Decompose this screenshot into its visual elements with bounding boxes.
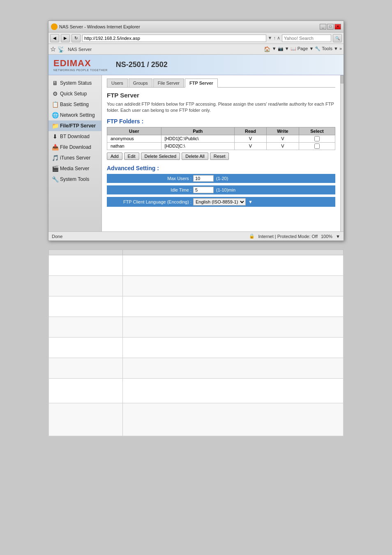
table-row bbox=[49, 276, 344, 296]
titlebar-left: NAS Server - Windows Internet Explorer bbox=[51, 23, 140, 30]
address-bar: ◀ ▶ ↻ ▼ ↑ ∧ 🔍 bbox=[48, 32, 344, 44]
favorites-icon: ☆ bbox=[50, 45, 56, 53]
idle-time-label: Idle Time : bbox=[109, 187, 191, 192]
col-header-select: Select bbox=[299, 127, 335, 135]
delete-selected-button[interactable]: Delete Selected bbox=[141, 153, 180, 160]
advanced-title: Advanced Setting : bbox=[107, 165, 335, 171]
dt-r7c1 bbox=[49, 379, 123, 403]
content-wrapper: Users Groups File Server FTP Server FTP … bbox=[102, 75, 344, 231]
add-button[interactable]: Add bbox=[107, 153, 122, 160]
sidebar: 🖥 System Status ⚙ Quick Setup 📋 Basic Se… bbox=[48, 75, 102, 231]
forward-button[interactable]: ▶ bbox=[61, 34, 70, 42]
dt-r3c1 bbox=[49, 296, 123, 317]
media-server-icon: 🎬 bbox=[52, 165, 58, 172]
scroll-thumb[interactable] bbox=[341, 75, 344, 83]
status-right-text: Internet | Protected Mode: Off bbox=[258, 234, 318, 239]
tab-users[interactable]: Users bbox=[107, 79, 128, 87]
idle-time-hint: (1-10)min bbox=[216, 187, 235, 192]
sidebar-label-itunes: iTunes Server bbox=[60, 155, 90, 161]
browser-title: NAS Server - Windows Internet Explorer bbox=[59, 24, 140, 29]
table-row bbox=[49, 317, 344, 338]
maximize-button[interactable]: □ bbox=[327, 24, 334, 30]
sidebar-label-system-status: System Status bbox=[60, 80, 92, 86]
tab-bar: Users Groups File Server FTP Server bbox=[107, 79, 335, 88]
basic-setting-icon: 📋 bbox=[52, 101, 58, 108]
sidebar-item-file-ftp-server[interactable]: 📁 File/FTP Server bbox=[48, 120, 101, 131]
edimax-logo: EDIMAX NETWORKING PEOPLE TOGETHER bbox=[53, 58, 108, 72]
refresh-button[interactable]: ↻ bbox=[71, 34, 81, 42]
nas-header: EDIMAX NETWORKING PEOPLE TOGETHER NS-250… bbox=[48, 55, 344, 75]
max-users-input[interactable] bbox=[193, 175, 214, 182]
network-setting-icon: 🌐 bbox=[52, 112, 58, 118]
dt-r4c2 bbox=[123, 317, 344, 338]
status-right: 🔒 Internet | Protected Mode: Off 100% ▼ bbox=[249, 234, 340, 239]
minimize-button[interactable]: _ bbox=[320, 24, 326, 30]
sidebar-item-basic-setting[interactable]: 📋 Basic Setting bbox=[48, 99, 101, 110]
browser-statusbar: Done 🔒 Internet | Protected Mode: Off 10… bbox=[48, 231, 344, 240]
ftp-folders-title: FTP Folders : bbox=[107, 118, 335, 125]
toolbar-right: 🏠 ▼ 📷 ▼ 📖 Page ▼ 🔧 Tools ▼ » bbox=[264, 46, 342, 52]
sidebar-item-file-download[interactable]: 📥 File Download bbox=[48, 142, 101, 153]
sidebar-label-network-setting: Network Setting bbox=[60, 112, 95, 118]
tab-groups[interactable]: Groups bbox=[129, 79, 152, 87]
dt-r5c1 bbox=[49, 338, 123, 358]
sidebar-label-media-server: Media Server bbox=[60, 166, 89, 171]
row1-path: [HDD1]C:\Public\ bbox=[161, 135, 234, 142]
edit-button[interactable]: Edit bbox=[124, 153, 139, 160]
dt-col1-header bbox=[49, 250, 123, 255]
dt-r4c1 bbox=[49, 317, 123, 338]
home-icon[interactable]: 🏠 bbox=[264, 46, 270, 52]
sidebar-label-file-ftp: File/FTP Server bbox=[60, 123, 96, 129]
close-button[interactable]: ✕ bbox=[334, 24, 341, 30]
content-area: Users Groups File Server FTP Server FTP … bbox=[102, 75, 340, 231]
sidebar-label-quick-setup: Quick Setup bbox=[60, 91, 87, 97]
max-users-hint: (1-20) bbox=[216, 176, 228, 181]
sidebar-item-quick-setup[interactable]: ⚙ Quick Setup bbox=[48, 88, 101, 99]
sidebar-label-system-tools: System Tools bbox=[60, 176, 89, 182]
col-header-write: Write bbox=[267, 127, 299, 135]
search-input[interactable] bbox=[282, 35, 331, 42]
table-row bbox=[49, 296, 344, 317]
data-table-section bbox=[48, 249, 344, 437]
search-label: ▼ ↑ ∧ bbox=[268, 35, 281, 41]
row2-path: [HDD2]C:\ bbox=[161, 142, 234, 150]
row2-write: V bbox=[267, 142, 299, 150]
sidebar-item-system-tools[interactable]: 🔧 System Tools bbox=[48, 174, 101, 185]
row1-select[interactable] bbox=[299, 135, 335, 142]
sidebar-item-system-status[interactable]: 🖥 System Status bbox=[48, 78, 101, 88]
ftp-description: You can add/edit FTP folders below for F… bbox=[107, 101, 335, 114]
tab-ftp-server[interactable]: FTP Server bbox=[185, 79, 218, 88]
scrollbar[interactable] bbox=[340, 75, 344, 231]
reset-button[interactable]: Reset bbox=[210, 153, 229, 160]
sidebar-item-bt-download[interactable]: ⬇ BT Download bbox=[48, 131, 101, 142]
system-tools-icon: 🔧 bbox=[52, 176, 58, 183]
main-layout: 🖥 System Status ⚙ Quick Setup 📋 Basic Se… bbox=[48, 75, 344, 231]
back-button[interactable]: ◀ bbox=[50, 34, 59, 42]
row1-read: V bbox=[234, 135, 266, 142]
row1-write: V bbox=[267, 135, 299, 142]
dt-r8c2 bbox=[123, 403, 344, 436]
advanced-section: Advanced Setting : Max Users : (1-20) Id… bbox=[107, 165, 335, 207]
zoom-level: 100% bbox=[321, 234, 332, 239]
encoding-select[interactable]: English (ISO-8859-1) bbox=[193, 198, 246, 206]
dt-r2c1 bbox=[49, 276, 123, 296]
tab-file-server[interactable]: File Server bbox=[153, 79, 184, 87]
col-header-user: User bbox=[107, 127, 161, 135]
search-go-button[interactable]: 🔍 bbox=[333, 34, 342, 42]
delete-all-button[interactable]: Delete All bbox=[182, 153, 208, 160]
protected-mode-indicator: 🔒 bbox=[249, 234, 255, 239]
table-row bbox=[49, 403, 344, 436]
max-users-row: Max Users : (1-20) bbox=[107, 174, 335, 183]
toolbar-nas-server[interactable]: NAS Server bbox=[66, 46, 93, 53]
address-input[interactable] bbox=[82, 35, 266, 42]
browser-window: NAS Server - Windows Internet Explorer _… bbox=[48, 21, 344, 241]
zoom-dropdown[interactable]: ▼ bbox=[336, 234, 340, 239]
sidebar-label-basic-setting: Basic Setting bbox=[60, 102, 89, 107]
row2-select[interactable] bbox=[299, 142, 335, 150]
sidebar-item-media-server[interactable]: 🎬 Media Server bbox=[48, 163, 101, 174]
encoding-arrow: ▼ bbox=[248, 199, 253, 204]
logo-text: EDIMAX bbox=[53, 58, 108, 69]
idle-time-input[interactable] bbox=[193, 187, 214, 193]
sidebar-item-network-setting[interactable]: 🌐 Network Setting bbox=[48, 110, 101, 120]
sidebar-item-itunes-server[interactable]: 🎵 iTunes Server bbox=[48, 153, 101, 163]
